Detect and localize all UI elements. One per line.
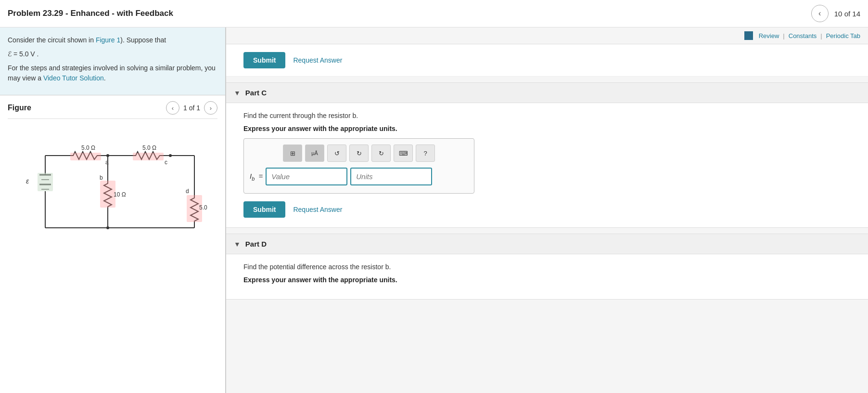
units-icon: μÅ bbox=[311, 150, 318, 156]
header-right: ‹ 10 of 14 bbox=[811, 5, 860, 22]
part-c-instruction: Express your answer with the appropriate… bbox=[243, 125, 858, 132]
redo-icon: ↻ bbox=[357, 150, 362, 157]
units-input[interactable] bbox=[350, 168, 432, 185]
top-links-bar: Review | Constants | Periodic Tab bbox=[226, 27, 868, 44]
toolbar-undo-btn[interactable]: ↺ bbox=[327, 144, 346, 162]
left-panel: Consider the circuit shown in Figure 1).… bbox=[0, 27, 226, 393]
part-c-input-row: Ib = bbox=[250, 168, 468, 185]
svg-text:d: d bbox=[186, 188, 189, 195]
svg-point-29 bbox=[169, 154, 172, 157]
toolbar-matrix-btn[interactable]: ⊞ bbox=[283, 144, 302, 162]
right-panel: Review | Constants | Periodic Tab Submit… bbox=[226, 27, 868, 393]
main-layout: Consider the circuit shown in Figure 1).… bbox=[0, 27, 868, 393]
video-text: For the steps and strategies involved in… bbox=[8, 63, 217, 83]
part-b-submit-button[interactable]: Submit bbox=[243, 52, 285, 68]
constants-link[interactable]: Constants bbox=[789, 32, 817, 39]
refresh-icon: ↻ bbox=[379, 150, 384, 157]
figure-next-btn[interactable]: › bbox=[204, 101, 217, 115]
part-c-request-link[interactable]: Request Answer bbox=[293, 206, 342, 213]
svg-point-28 bbox=[106, 226, 109, 229]
part-c-question: Find the current through the resistor b. bbox=[243, 111, 858, 121]
toolbar-units-btn[interactable]: μÅ bbox=[305, 144, 324, 162]
top-header: Problem 23.29 - Enhanced - with Feedback… bbox=[0, 0, 868, 27]
undo-icon: ↺ bbox=[334, 150, 340, 157]
part-c-section: ▼ Part C Find the current through the re… bbox=[226, 82, 868, 228]
circuit-diagram: 5.0 Ω a 5.0 Ω c bbox=[8, 127, 217, 247]
part-d-title: Part D bbox=[245, 240, 267, 248]
svg-text:c: c bbox=[165, 159, 167, 166]
toolbar-keyboard-btn[interactable]: ⌨ bbox=[394, 144, 413, 162]
part-c-title: Part C bbox=[245, 89, 267, 97]
part-b-request-link[interactable]: Request Answer bbox=[293, 56, 342, 64]
review-link[interactable]: Review bbox=[759, 32, 779, 39]
review-icon bbox=[744, 31, 753, 40]
part-c-action-row: Submit Request Answer bbox=[243, 201, 858, 218]
video-tutor-link[interactable]: Video Tutor Solution bbox=[43, 74, 104, 82]
svg-text:5.0 Ω: 5.0 Ω bbox=[142, 144, 156, 151]
part-d-instruction: Express your answer with the appropriate… bbox=[243, 276, 858, 284]
part-d-header[interactable]: ▼ Part D bbox=[226, 234, 868, 254]
figure1-link[interactable]: Figure 1 bbox=[96, 36, 120, 44]
svg-text:b: b bbox=[100, 174, 103, 181]
toolbar-refresh-btn[interactable]: ↻ bbox=[371, 144, 391, 162]
svg-rect-1 bbox=[70, 153, 101, 160]
svg-text:10 Ω: 10 Ω bbox=[114, 191, 126, 198]
part-d-content: Find the potential difference across the… bbox=[226, 254, 868, 299]
matrix-icon: ⊞ bbox=[290, 150, 295, 157]
circuit-svg: 5.0 Ω a 5.0 Ω c bbox=[16, 131, 209, 237]
part-c-content: Find the current through the resistor b.… bbox=[226, 103, 868, 227]
toolbar-help-btn[interactable]: ? bbox=[416, 144, 435, 162]
prev-nav-button[interactable]: ‹ bbox=[811, 5, 829, 22]
svg-rect-5 bbox=[133, 153, 164, 160]
toolbar-redo-btn[interactable]: ↻ bbox=[349, 144, 369, 162]
part-d-question: Find the potential difference across the… bbox=[243, 262, 858, 272]
figure-title: Figure bbox=[8, 104, 31, 112]
value-input[interactable] bbox=[266, 168, 347, 185]
part-d-section: ▼ Part D Find the potential difference a… bbox=[226, 234, 868, 300]
figure-prev-btn[interactable]: ‹ bbox=[166, 101, 179, 115]
part-c-header[interactable]: ▼ Part C bbox=[226, 83, 868, 103]
periodic-table-link[interactable]: Periodic Tab bbox=[826, 32, 860, 39]
part-b-action-row: Submit Request Answer bbox=[243, 52, 858, 68]
svg-text:5.0 Ω: 5.0 Ω bbox=[81, 144, 95, 151]
figure-page: 1 of 1 bbox=[183, 104, 200, 112]
page-title: Problem 23.29 - Enhanced - with Feedback bbox=[8, 9, 173, 18]
figure-nav: ‹ 1 of 1 › bbox=[166, 101, 217, 115]
help-icon: ? bbox=[423, 150, 427, 157]
svg-rect-20 bbox=[38, 173, 53, 191]
part-c-submit-button[interactable]: Submit bbox=[243, 201, 285, 218]
part-d-chevron: ▼ bbox=[234, 240, 241, 248]
emf-text: ℰ = 5.0 V . bbox=[8, 49, 217, 59]
svg-text:ε: ε bbox=[26, 177, 29, 185]
problem-info: Consider the circuit shown in Figure 1).… bbox=[0, 27, 225, 95]
part-c-chevron: ▼ bbox=[234, 89, 241, 97]
input-variable-label: Ib = bbox=[250, 172, 263, 182]
svg-point-27 bbox=[106, 154, 109, 157]
figure-section: Figure ‹ 1 of 1 › bbox=[0, 95, 225, 253]
keyboard-icon: ⌨ bbox=[399, 150, 408, 157]
part-c-toolbar: ⊞ μÅ ↺ ↻ ↻ bbox=[250, 144, 468, 162]
page-indicator: 10 of 14 bbox=[834, 10, 860, 18]
input-subscript: b bbox=[252, 176, 255, 182]
part-c-answer-box: ⊞ μÅ ↺ ↻ ↻ bbox=[243, 138, 474, 194]
svg-text:5.0 Ω: 5.0 Ω bbox=[199, 204, 209, 211]
problem-text: Consider the circuit shown in Figure 1).… bbox=[8, 35, 217, 45]
figure-header: Figure ‹ 1 of 1 › bbox=[8, 101, 217, 119]
part-b-submit-area: Submit Request Answer bbox=[226, 44, 868, 77]
